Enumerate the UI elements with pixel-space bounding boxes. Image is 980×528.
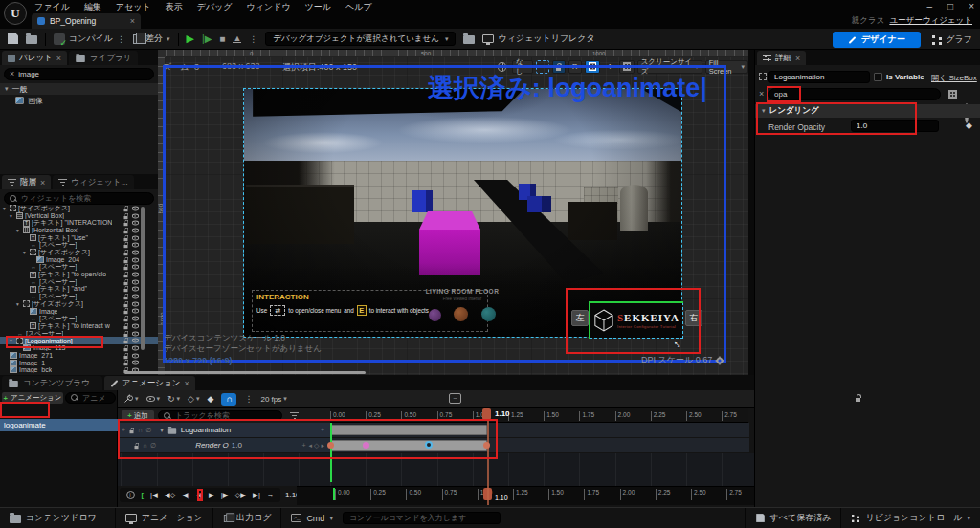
compile-button[interactable]: コンパイル ⋮ (54, 33, 125, 45)
visibility-eye-icon[interactable] (132, 212, 139, 218)
palette-group-common[interactable]: ▾ 一般 (0, 83, 158, 95)
lock-icon[interactable] (123, 352, 129, 358)
minimize-button[interactable]: – (927, 1, 933, 11)
gear-icon[interactable] (717, 357, 723, 363)
diff-button[interactable]: 差分 ▾ (133, 33, 170, 45)
lock-icon[interactable] (123, 212, 129, 218)
render-opacity-input[interactable]: 1.0 (851, 120, 939, 132)
browse-asset-icon[interactable] (26, 35, 37, 44)
lock-icon[interactable] (123, 279, 129, 285)
widget-reflector-button[interactable]: ウィジェットリフレクタ (482, 33, 594, 45)
color-swatch-purple[interactable] (429, 309, 441, 321)
keyframe-nav-icons[interactable]: ◂◇▸ (309, 442, 326, 450)
close-icon[interactable]: × (184, 379, 189, 388)
tree-item-20[interactable]: Image_271 (0, 352, 158, 360)
visibility-eye-icon[interactable] (132, 242, 139, 248)
visibility-eye-icon[interactable] (132, 272, 139, 277)
transport-◀[interactable]: ◀ (196, 491, 202, 499)
lock-icon[interactable] (123, 256, 129, 262)
rendering-category-header[interactable]: ▾ レンダリング (755, 104, 980, 118)
close-icon[interactable]: × (56, 54, 61, 63)
maximize-button[interactable]: □ (947, 1, 953, 11)
lock-icon[interactable] (855, 394, 861, 402)
parent-class-link[interactable]: ユーザーウィジェット (889, 15, 972, 25)
designer-mode-button[interactable]: デザイナー (833, 32, 921, 48)
sequencer-settings-button[interactable]: ▾ (123, 394, 139, 404)
mute-icon[interactable]: ∅ (150, 442, 156, 450)
lock-icon[interactable] (129, 427, 135, 432)
tree-item-18[interactable]: ▾[Logoanimation] (0, 337, 158, 344)
visibility-eye-icon[interactable] (132, 286, 139, 292)
tree-item-13[interactable]: ▾[サイズボックス] (0, 300, 158, 308)
lock-icon[interactable] (123, 220, 129, 226)
curve-editor-icon[interactable]: ~ (449, 393, 461, 404)
left-arrow-button[interactable]: 左 (571, 310, 589, 326)
content-drawer-button[interactable]: コンテンツドロワー (0, 508, 116, 528)
lock-icon[interactable] (123, 323, 129, 329)
playback-options-button[interactable]: ↻▾ (167, 394, 180, 404)
lock-icon[interactable] (123, 286, 129, 292)
menu-編集[interactable]: 編集 (84, 1, 101, 13)
tab-details[interactable]: 詳細 × (757, 51, 806, 65)
visibility-eye-icon[interactable] (132, 360, 139, 365)
expand-caret[interactable]: ▾ (3, 206, 10, 211)
mute-icon[interactable]: ∅ (145, 427, 151, 434)
lock-icon[interactable] (123, 250, 129, 255)
transport-|◀[interactable]: |◀ (150, 491, 158, 499)
visibility-eye-icon[interactable] (132, 308, 139, 314)
lock-icon[interactable] (123, 228, 129, 233)
expand-caret[interactable]: ▾ (16, 301, 23, 307)
visibility-eye-icon[interactable] (132, 338, 139, 343)
open-sizebox-link[interactable]: 開く SizeBox (931, 73, 977, 83)
tab-hierarchy[interactable]: 階層 × (2, 175, 51, 189)
transport-[[interactable]: [ (142, 491, 145, 499)
stop-button[interactable]: ■ (219, 33, 225, 44)
lock-icon[interactable] (134, 442, 140, 448)
tree-item-14[interactable]: Image (0, 308, 158, 316)
track-search-input[interactable]: トラックを検索 (158, 410, 282, 421)
graph-mode-button[interactable]: グラフ (932, 32, 972, 48)
play-button[interactable]: ▶ (187, 33, 194, 45)
compile-options-icon[interactable]: ⋮ (117, 34, 125, 44)
transport-→[interactable]: → (267, 491, 275, 499)
asset-tab-bp-opening[interactable]: BP_Opening × (32, 13, 141, 29)
visibility-eye-icon[interactable] (132, 206, 139, 211)
tab-content-browser[interactable]: コンテンツブラウ... (2, 376, 102, 390)
visibility-eye-icon[interactable] (132, 256, 139, 262)
eject-button[interactable]: ▲ (233, 34, 241, 43)
snap-options-icon[interactable]: ⋮ (244, 394, 253, 404)
playhead-marker[interactable] (482, 408, 491, 420)
close-icon[interactable]: × (795, 54, 800, 63)
snap-icon[interactable]: ∩ (138, 427, 143, 433)
details-search-input[interactable]: opa (768, 88, 941, 100)
lock-icon[interactable] (123, 330, 129, 336)
add-animation-button[interactable]: + アニメーション (2, 392, 63, 404)
pin-icon[interactable]: + (122, 427, 125, 433)
transport-▶|[interactable]: ▶| (253, 491, 260, 499)
add-track-button[interactable]: + 追加 (122, 410, 154, 421)
menu-ヘルプ[interactable]: ヘルプ (345, 1, 372, 13)
snap-icon[interactable]: ∩ (143, 442, 147, 449)
visibility-eye-icon[interactable] (132, 294, 139, 299)
transport-◀|[interactable]: ◀| (182, 491, 189, 499)
menu-ウィンドウ[interactable]: ウィンドウ (247, 1, 291, 13)
add-key-icon[interactable]: + (301, 442, 305, 449)
add-keyframe-icon[interactable]: ◆ (208, 394, 214, 404)
view-options-button[interactable]: ▾ (146, 395, 161, 403)
lock-icon[interactable] (123, 360, 129, 365)
timeline-ruler[interactable]: 0.000.250.500.751.001.251.501.752.002.25… (330, 408, 748, 423)
lock-icon[interactable] (123, 316, 129, 321)
visibility-eye-icon[interactable] (132, 301, 139, 307)
tree-item-2[interactable]: T[テキスト] "INTERACTION (0, 219, 158, 227)
logo-widget[interactable]: SEKKEIYA Interior Configurator Tutorial (590, 303, 682, 338)
info-icon[interactable]: i (126, 491, 135, 499)
tree-item-21[interactable]: Image_1 (0, 359, 158, 366)
tab-animation[interactable]: アニメーション × (104, 376, 195, 390)
animation-search-input[interactable]: アニメ (65, 392, 116, 404)
debug-object-dropdown[interactable]: デバッグオブジェクトが選択されていません ▾ (265, 32, 456, 46)
tree-item-7[interactable]: Image_204 (0, 256, 158, 264)
hierarchy-scrollbar[interactable] (141, 207, 145, 350)
range-ruler[interactable]: 1.10 0.000.250.500.751.001.251.501.752.0… (297, 486, 754, 505)
visibility-eye-icon[interactable] (132, 228, 139, 233)
keyframe-diamond-icon[interactable]: ◆ (966, 121, 972, 130)
